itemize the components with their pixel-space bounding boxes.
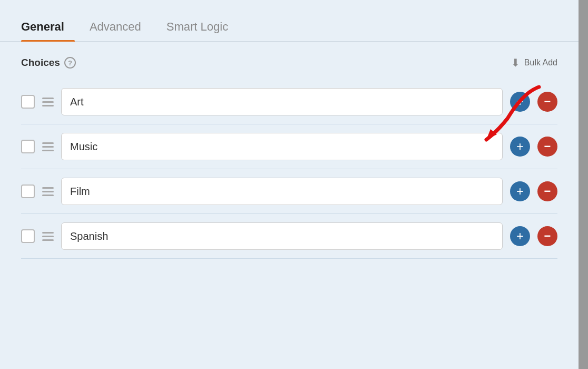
- tab-smart-logic[interactable]: Smart Logic: [166, 15, 239, 41]
- choices-list: [21, 80, 557, 259]
- add-choice-button-1[interactable]: [510, 137, 530, 157]
- choice-checkbox-2[interactable]: [21, 184, 35, 198]
- bulk-add-icon: ⬇: [511, 56, 520, 69]
- add-choice-button-0[interactable]: [510, 92, 530, 112]
- choice-checkbox-3[interactable]: [21, 229, 35, 243]
- choices-header: Choices ? ⬇ Bulk Add: [21, 56, 557, 69]
- drag-handle-2[interactable]: [42, 187, 54, 196]
- choice-input-1[interactable]: [61, 133, 503, 160]
- choices-label-group: Choices ?: [21, 57, 76, 69]
- sidebar-scrollbar[interactable]: [579, 0, 588, 369]
- drag-handle-3[interactable]: [42, 232, 54, 241]
- choice-row: [21, 169, 557, 214]
- choice-row: [21, 124, 557, 169]
- add-choice-button-2[interactable]: [510, 181, 530, 201]
- choice-row: [21, 214, 557, 259]
- bulk-add-label: Bulk Add: [524, 58, 557, 67]
- choice-checkbox-1[interactable]: [21, 140, 35, 153]
- bulk-add-button[interactable]: ⬇ Bulk Add: [511, 56, 557, 69]
- drag-handle-0[interactable]: [42, 98, 54, 106]
- remove-choice-button-2[interactable]: [537, 181, 557, 201]
- tab-general[interactable]: General: [21, 15, 75, 41]
- main-panel: General Advanced Smart Logic Choices ? ⬇…: [0, 0, 579, 369]
- add-choice-button-3[interactable]: [510, 226, 530, 246]
- choices-help-icon[interactable]: ?: [64, 57, 76, 69]
- drag-handle-1[interactable]: [42, 142, 54, 151]
- remove-choice-button-1[interactable]: [537, 137, 557, 157]
- choice-checkbox-0[interactable]: [21, 95, 35, 109]
- remove-choice-button-0[interactable]: [537, 92, 557, 112]
- choice-row: [21, 80, 557, 124]
- tab-content: Choices ? ⬇ Bulk Add: [0, 42, 579, 274]
- tab-bar: General Advanced Smart Logic: [0, 0, 579, 42]
- choices-label: Choices: [21, 57, 60, 69]
- tab-advanced[interactable]: Advanced: [90, 15, 152, 41]
- remove-choice-button-3[interactable]: [537, 226, 557, 246]
- choice-input-0[interactable]: [61, 88, 503, 115]
- choice-input-2[interactable]: [61, 178, 503, 205]
- choice-input-3[interactable]: [61, 222, 503, 250]
